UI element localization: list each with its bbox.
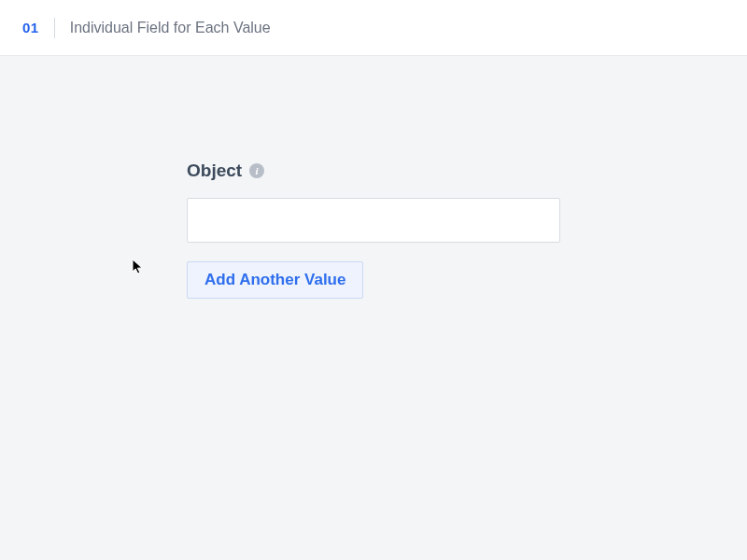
field-label-row: Object i <box>187 161 560 181</box>
header-divider <box>54 18 55 38</box>
page-header: 01 Individual Field for Each Value <box>0 0 747 56</box>
form-area: Object i Add Another Value <box>187 161 560 299</box>
content-area: Object i Add Another Value <box>0 56 747 560</box>
step-title: Individual Field for Each Value <box>70 20 271 36</box>
info-icon[interactable]: i <box>249 163 264 178</box>
object-input[interactable] <box>187 198 560 243</box>
add-another-value-button[interactable]: Add Another Value <box>187 261 363 299</box>
field-label: Object <box>187 161 242 181</box>
step-number: 01 <box>22 20 39 35</box>
cursor-icon <box>132 259 145 275</box>
